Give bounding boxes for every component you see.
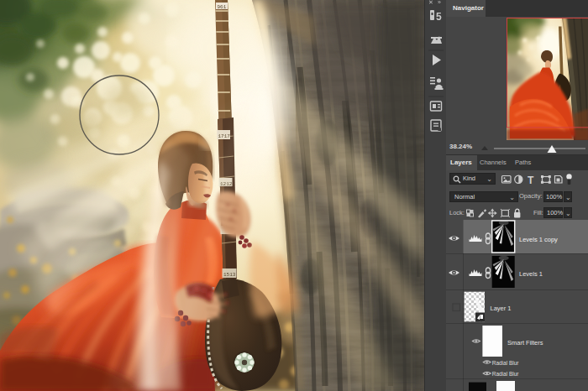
svg-text:Layer 1: Layer 1 — [491, 305, 512, 312]
svg-text:Smart Filters: Smart Filters — [507, 339, 543, 347]
svg-text:T: T — [528, 175, 534, 186]
svg-text:Levels 1: Levels 1 — [519, 270, 543, 278]
svg-text:5: 5 — [436, 11, 442, 23]
svg-text:»: » — [438, 0, 441, 5]
svg-text:Radial Blur: Radial Blur — [492, 360, 520, 366]
svg-text:Levels 1 copy: Levels 1 copy — [519, 236, 558, 243]
svg-text:✕: ✕ — [428, 0, 433, 5]
svg-text:Radial Blur: Radial Blur — [492, 371, 520, 377]
